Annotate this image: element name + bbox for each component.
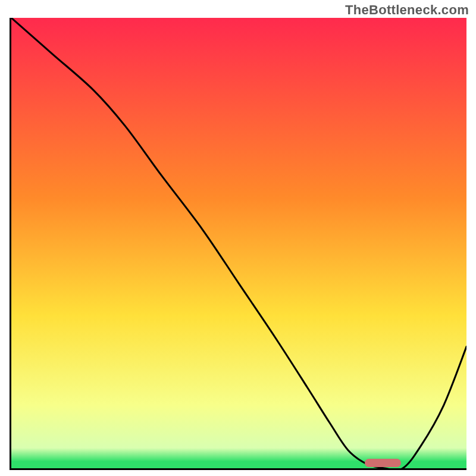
optimal-range-marker — [365, 459, 401, 467]
plot-area — [10, 18, 466, 470]
watermark-text: TheBottleneck.com — [345, 2, 469, 18]
gradient-background — [11, 18, 466, 468]
plot-svg — [11, 18, 466, 468]
chart-stage: TheBottleneck.com — [0, 0, 476, 476]
